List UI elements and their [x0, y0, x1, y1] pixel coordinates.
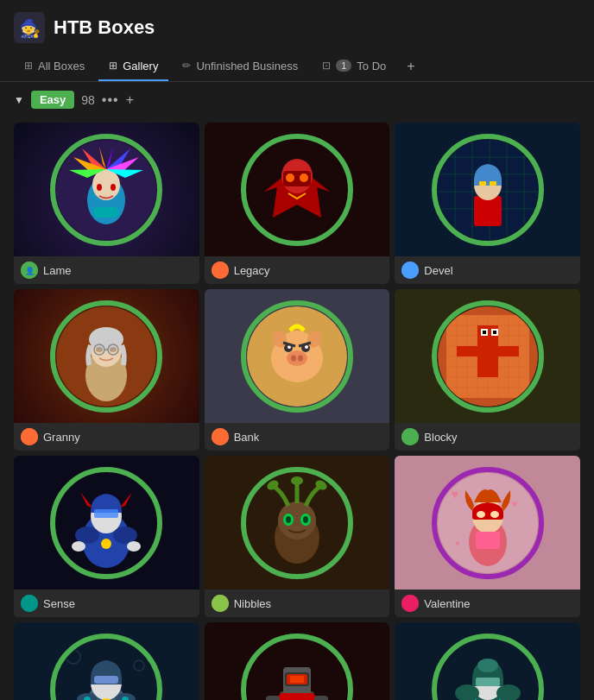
- svg-point-5: [97, 184, 102, 191]
- svg-point-97: [291, 476, 303, 485]
- card-image-legacy: [205, 123, 390, 256]
- unfinished-icon: ✏: [182, 60, 191, 72]
- list-item[interactable]: Devel: [395, 123, 580, 284]
- card-label-lame: Lame: [43, 264, 72, 277]
- svg-rect-28: [474, 179, 502, 186]
- list-item[interactable]: ♥ ♥ ♥ ♥: [395, 456, 580, 617]
- avatar: [401, 428, 419, 445]
- svg-rect-138: [266, 696, 280, 701]
- nav-tabs: ⊞ All Boxes ⊞ Gallery ✏ Unfinished Busin…: [0, 52, 594, 82]
- svg-point-48: [298, 355, 303, 361]
- box-count: 98: [81, 93, 95, 107]
- svg-rect-75: [477, 356, 498, 377]
- svg-point-90: [72, 541, 85, 552]
- card-label-legacy: Legacy: [234, 264, 270, 277]
- svg-rect-80: [483, 331, 486, 334]
- list-item[interactable]: Legacy: [205, 123, 390, 284]
- avatar: [212, 262, 229, 279]
- svg-rect-73: [477, 336, 498, 346]
- card-footer-bank: Bank: [205, 423, 390, 451]
- svg-text:👤: 👤: [25, 266, 35, 276]
- avatar: [401, 595, 419, 612]
- card-image-valentine: ♥ ♥ ♥ ♥: [395, 456, 580, 590]
- tab-unfinished[interactable]: ✏ Unfinished Business: [172, 53, 308, 81]
- list-item[interactable]: Bank: [205, 289, 390, 451]
- svg-rect-146: [476, 678, 500, 686]
- svg-point-113: [490, 511, 499, 518]
- svg-point-88: [113, 527, 137, 544]
- card-footer-devel: Devel: [395, 256, 580, 284]
- tab-all-boxes[interactable]: ⊞ All Boxes: [14, 53, 95, 81]
- card-image-blocky: [395, 289, 580, 423]
- tab-gallery[interactable]: ⊞ Gallery: [98, 53, 168, 81]
- add-tab-button[interactable]: +: [400, 52, 421, 81]
- svg-point-6: [111, 184, 116, 191]
- todo-icon: ⊡: [322, 60, 331, 72]
- card-label-valentine: Valentine: [424, 597, 470, 610]
- list-item[interactable]: Nibbles: [205, 456, 390, 617]
- svg-point-42: [21, 428, 38, 445]
- svg-rect-114: [476, 532, 500, 549]
- svg-point-103: [212, 595, 229, 612]
- svg-rect-77: [498, 346, 519, 356]
- svg-point-102: [303, 516, 308, 523]
- svg-rect-29: [479, 181, 486, 186]
- avatar: [21, 595, 38, 612]
- list-item[interactable]: Granny: [14, 289, 199, 451]
- svg-point-31: [401, 262, 419, 279]
- toolbar: ▼ Easy 98 ••• +: [0, 82, 594, 117]
- list-item[interactable]: Blocky: [395, 289, 580, 451]
- svg-point-52: [305, 345, 308, 349]
- svg-point-91: [127, 541, 141, 552]
- list-item[interactable]: Curling: [395, 622, 580, 700]
- card-footer-lame: 👤 Lame: [14, 256, 199, 284]
- svg-point-112: [477, 511, 485, 518]
- collapse-button[interactable]: ▼: [14, 94, 24, 106]
- add-box-button[interactable]: +: [126, 92, 134, 108]
- card-label-nibbles: Nibbles: [234, 597, 271, 610]
- svg-rect-74: [477, 346, 498, 356]
- card-image-access: [14, 622, 199, 700]
- svg-rect-76: [457, 346, 477, 356]
- svg-rect-86: [94, 509, 118, 518]
- card-footer-legacy: Legacy: [205, 256, 390, 284]
- card-label-bank: Bank: [234, 431, 260, 444]
- avatar: [401, 262, 419, 279]
- svg-text:♥: ♥: [451, 487, 459, 501]
- card-label-devel: Devel: [424, 264, 452, 277]
- svg-point-55: [212, 428, 229, 445]
- svg-text:♥: ♥: [455, 539, 460, 548]
- card-label-sense: Sense: [43, 597, 75, 610]
- tab-todo[interactable]: ⊡ 1 To Do: [312, 53, 396, 81]
- card-image-sense: [14, 456, 199, 590]
- card-label-blocky: Blocky: [424, 431, 457, 444]
- svg-point-87: [75, 527, 99, 544]
- svg-point-115: [401, 595, 419, 612]
- card-label-granny: Granny: [43, 431, 80, 444]
- header: 🧙 HTB Boxes: [0, 0, 594, 52]
- svg-rect-7: [94, 207, 118, 218]
- more-options-button[interactable]: •••: [102, 92, 119, 108]
- avatar: [212, 595, 229, 612]
- list-item[interactable]: Access: [14, 622, 199, 700]
- svg-rect-30: [490, 181, 496, 186]
- box-grid: 👤 Lame: [0, 117, 594, 700]
- card-footer-sense: Sense: [14, 590, 199, 617]
- card-image-curling: [395, 622, 580, 700]
- card-image-bank: [205, 289, 390, 423]
- list-item[interactable]: 👤 Lame: [14, 123, 199, 284]
- card-image-granny: [14, 289, 199, 423]
- card-image-devel: [395, 123, 580, 256]
- list-item[interactable]: Sense: [14, 456, 199, 617]
- svg-point-4: [92, 169, 120, 200]
- list-item[interactable]: Frolic: [205, 622, 390, 700]
- svg-point-101: [286, 516, 291, 523]
- easy-tag[interactable]: Easy: [31, 91, 74, 109]
- card-image-lame: [14, 123, 199, 256]
- svg-rect-137: [290, 676, 304, 683]
- svg-rect-81: [493, 331, 496, 334]
- card-footer-blocky: Blocky: [395, 423, 580, 451]
- svg-point-47: [291, 355, 296, 361]
- svg-point-15: [212, 262, 229, 279]
- svg-point-147: [477, 659, 498, 672]
